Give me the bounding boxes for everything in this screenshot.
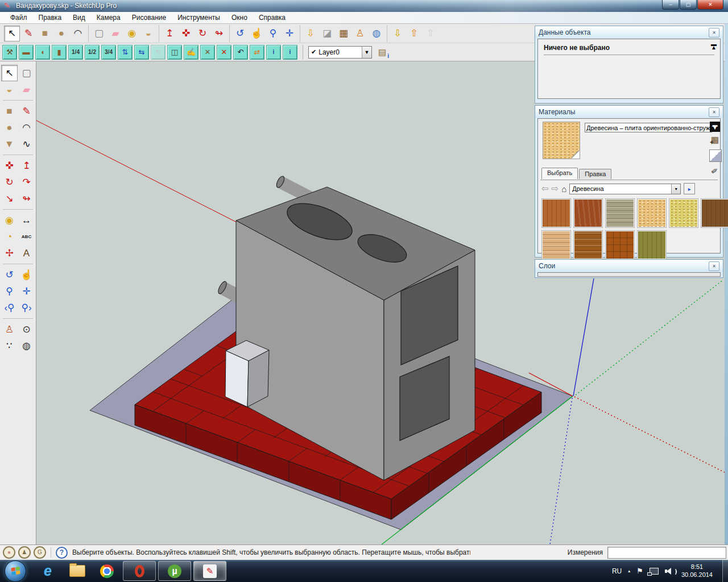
material-swatch-wood-parquet[interactable] (605, 230, 635, 260)
move-tool-button[interactable]: ✜ (1, 157, 18, 174)
3d-text-tool-button[interactable]: A (18, 245, 35, 261)
orbit-tool-button[interactable]: ↺ (1, 267, 18, 283)
material-swatch-wood-mixed-strips[interactable] (573, 230, 603, 260)
opera-taskbar-button[interactable] (123, 561, 156, 581)
measurements-input[interactable] (607, 547, 726, 559)
internet-explorer-taskbar-button[interactable]: e (36, 562, 59, 581)
polygon-tool-button[interactable]: ▼ (1, 136, 18, 152)
material-swatch-wood-gray-olive[interactable] (605, 198, 635, 228)
walk-tool-button[interactable]: ∵ (1, 338, 18, 354)
protractor-tool-button[interactable]: ◔ (1, 228, 18, 245)
active-material-preview[interactable] (543, 122, 580, 159)
follow-me-tool-button[interactable]: ↷ (18, 174, 35, 190)
paint-bucket-tool-button[interactable]: ◒ (1, 81, 18, 98)
arc-tool-button[interactable]: ◠ (70, 26, 86, 41)
knife-cross-button[interactable]: ✕ (200, 45, 215, 60)
layers-close-button[interactable]: ✕ (709, 261, 719, 271)
entity-info-close-button[interactable]: ✕ (709, 28, 719, 38)
help-icon[interactable]: ? (56, 547, 68, 559)
forward-arrow-icon[interactable]: ⇨ (552, 184, 559, 194)
make-component-tool-button[interactable]: ▢ (91, 26, 107, 41)
rectangle-tool-button[interactable]: ■ (1, 103, 18, 119)
freehand-tool-button[interactable]: ∿ (18, 136, 35, 152)
material-swatch-wood-bamboo-green[interactable] (637, 230, 667, 260)
brick-upright-button[interactable]: ▮ (52, 45, 67, 60)
materials-title-bar[interactable]: Материалы ✕ (535, 106, 723, 118)
section-plane-tool-button[interactable]: ◍ (18, 338, 35, 354)
menu-item-edit[interactable]: Правка (33, 13, 68, 23)
circle-tool-button[interactable]: ● (53, 26, 69, 41)
zoom-next-tool-button[interactable]: ⚲› (18, 300, 35, 316)
material-swatch-wood-osb[interactable] (637, 198, 667, 228)
small-block[interactable] (225, 340, 269, 407)
edit-note-button[interactable]: ✍ (184, 45, 198, 60)
push-pull-tool-button[interactable]: ↥ (18, 157, 35, 174)
utorrent-taskbar-button[interactable]: µ (158, 561, 191, 581)
arc-tool-button[interactable]: ◠ (18, 119, 35, 136)
info-help-button[interactable]: i (283, 45, 297, 60)
explorer-taskbar-button[interactable] (66, 562, 89, 581)
share-component-tool-button[interactable]: ⇧ (423, 26, 439, 41)
circle-tool-button[interactable]: ● (1, 119, 18, 136)
material-swatch-wood-cherry-vertical[interactable] (541, 198, 571, 228)
menu-item-camera[interactable]: Камера (91, 13, 126, 23)
geolocation-status[interactable]: ● (3, 546, 15, 559)
material-swatch-wood-mahogany[interactable] (573, 198, 603, 228)
layer-dropdown[interactable]: ✔Layer0▼ (308, 46, 372, 59)
chevron-down-icon[interactable]: ▼ (362, 47, 371, 58)
menu-item-window[interactable]: Окно (226, 13, 253, 23)
zoom-extents-tool-button[interactable]: ✛ (282, 26, 297, 41)
box-3d-button[interactable]: ◫ (167, 45, 182, 60)
material-swatch-wood-knotty-pine[interactable] (669, 198, 698, 228)
chevron-down-icon[interactable]: ▾ (671, 184, 680, 194)
close-button[interactable]: ✕ (697, 0, 723, 10)
make-component-tool-button[interactable]: ▢ (18, 65, 35, 81)
offset-tool-button[interactable]: ↬ (18, 190, 35, 207)
materials-close-button[interactable]: ✕ (709, 107, 719, 117)
add-location-tool-button[interactable]: ⇩ (303, 26, 318, 41)
delete-brick-button[interactable]: ✕ (217, 45, 231, 60)
move-tool-button[interactable]: ✜ (178, 26, 194, 41)
push-pull-tool-button[interactable]: ↥ (162, 26, 177, 41)
credits-status[interactable]: ♟ (18, 546, 31, 559)
material-name-field[interactable] (585, 123, 712, 132)
align-vertical-button[interactable]: ⇅ (118, 45, 133, 60)
info-entity-button[interactable]: i (266, 45, 281, 60)
collapse-toggle-button[interactable]: ▬ ▲ (711, 43, 717, 49)
text-tool-button[interactable]: ABC (18, 228, 35, 245)
zoom-extents-tool-button[interactable]: ✛ (18, 283, 35, 300)
sketchup-taskbar-button[interactable]: ✎ (193, 561, 226, 581)
create-material-button[interactable]: ▦ ＋ (710, 135, 720, 145)
orbit-tool-button[interactable]: ↺ (232, 26, 248, 41)
dimension-tool-button[interactable]: ↔ (18, 212, 35, 228)
align-horizontal-button[interactable]: ⇆ (134, 45, 149, 60)
tape-measure-tool-button[interactable]: ◉ (1, 212, 18, 228)
brick-full-button[interactable]: ▬ (19, 45, 34, 60)
brick-quarter-button[interactable]: 1/4 (68, 45, 83, 60)
brick-trowel-button[interactable]: ⚒ (2, 45, 17, 60)
hidden-icons-caret[interactable]: ▴ (628, 568, 630, 573)
speaker-icon[interactable] (665, 568, 673, 575)
maximize-button[interactable]: ▢ (680, 0, 697, 10)
share-model-tool-button[interactable]: ⇧ (406, 26, 422, 41)
menu-item-tools[interactable]: Инструменты (172, 13, 226, 23)
claim-credit-status[interactable]: G (34, 546, 46, 559)
google-earth-tool-button[interactable]: ◍ (369, 26, 384, 41)
axes-tool-button[interactable]: ✢ (1, 245, 18, 261)
tab-edit[interactable]: Правка (579, 169, 611, 179)
get-models-tool-button[interactable]: ⇩ (390, 26, 406, 41)
line-tool-button[interactable]: ✎ (18, 103, 35, 119)
eraser-tool-button[interactable]: ▰ (18, 81, 35, 98)
zoom-previous-tool-button[interactable]: ‹⚲ (1, 300, 18, 316)
back-arrow-icon[interactable]: ⇦ (541, 184, 549, 194)
line-tool-button[interactable]: ✎ (20, 26, 36, 41)
rotate-tool-button[interactable]: ↻ (195, 26, 210, 41)
material-swatch-wood-light-strips[interactable] (541, 230, 571, 260)
details-list-button[interactable]: ▸ (684, 183, 695, 194)
language-indicator[interactable]: RU (612, 567, 622, 575)
layers-title-bar[interactable]: Слои ✕ (535, 260, 723, 272)
photo-textures-tool-button[interactable]: ▦ (336, 26, 351, 41)
brick-three-quarter-button[interactable]: 3/4 (101, 45, 116, 60)
tab-select[interactable]: Выбрать (541, 168, 578, 179)
secondary-pane-toggle-button[interactable]: ▬ ▼ (710, 122, 720, 132)
